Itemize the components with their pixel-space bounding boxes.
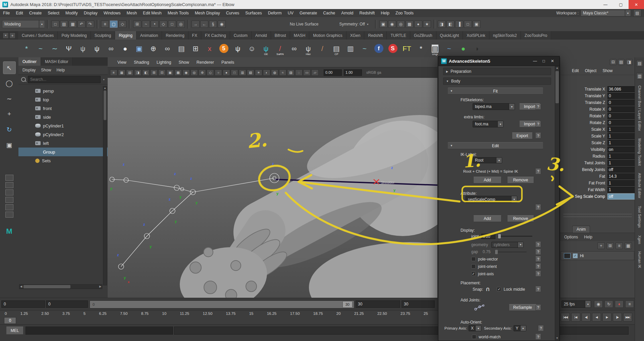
extra-limbs-dropdown[interactable]: foot.ma▼ <box>473 121 503 127</box>
outliner-item[interactable]: + side <box>18 113 108 121</box>
help-button[interactable]: ? <box>535 205 541 210</box>
move-tool[interactable]: + <box>3 108 16 120</box>
ungroup-icon[interactable]: ▤ Ungr <box>428 41 442 56</box>
isolate-select-icon[interactable]: ▭ <box>303 69 311 76</box>
menu-item[interactable]: Modify <box>62 9 81 17</box>
menu-item[interactable]: Surfaces <box>242 9 265 17</box>
symmetry-dropdown[interactable]: Symmetry: Off ▼ <box>339 22 369 26</box>
shelf-tab[interactable]: Redshift <box>364 31 387 40</box>
shadows-icon[interactable]: ◐ <box>263 69 270 76</box>
grease-pencil-icon[interactable]: ▣ <box>166 69 174 76</box>
menu-item[interactable]: Mesh <box>124 9 140 17</box>
channel-name[interactable]: Visibility <box>560 147 607 152</box>
channel-name[interactable]: Rotate X <box>560 107 607 112</box>
viewport-menu-item[interactable]: Panels <box>218 60 238 65</box>
command-language-button[interactable]: MEL <box>6 327 23 335</box>
image-plane-icon[interactable]: ◧ <box>142 69 150 76</box>
curve-hook-icon[interactable]: ~ <box>358 41 371 56</box>
fps-dropdown[interactable]: 25 fps▼ <box>561 300 591 308</box>
geometry-dropdown[interactable]: cylinders▼ <box>491 242 524 248</box>
playback-end-field[interactable]: 30 <box>356 300 400 308</box>
layer-move-icon[interactable]: ≡ <box>615 242 623 249</box>
help-button[interactable]: ? <box>535 133 541 138</box>
menu-item[interactable]: Mesh Tools <box>165 9 192 17</box>
wireframe-icon[interactable]: □ <box>231 69 238 76</box>
rotate-tool[interactable]: ↻ <box>3 123 16 136</box>
shelf-tab[interactable]: MASH <box>290 31 310 40</box>
sidebar-tab[interactable]: Channel Box / Layer Editor <box>638 86 642 131</box>
shelf-tab[interactable]: Rigging <box>115 31 137 40</box>
layer-visibility-toggle[interactable] <box>564 253 571 259</box>
channel-name[interactable]: Translate Y <box>560 94 607 98</box>
ipr-render-icon[interactable]: ◎ <box>397 20 405 28</box>
help-button[interactable]: ? <box>535 169 541 174</box>
layer-options-menu[interactable]: Options <box>564 235 578 239</box>
as5-title-bar[interactable]: M AdvancedSkeleton5 — □ ✕ <box>438 56 559 66</box>
help-button[interactable]: ? <box>535 334 541 340</box>
shelf-tab[interactable]: Custom <box>230 31 252 40</box>
viewport-menu-item[interactable]: Show <box>175 60 193 65</box>
layout-uv-icon[interactable] <box>5 212 13 218</box>
add-ik-label-button[interactable]: Add <box>473 177 501 183</box>
sidebar-attreditor-toggle-icon[interactable]: ◧ <box>446 20 454 28</box>
bookmarks-icon[interactable]: ◨ <box>134 69 142 76</box>
frame-fit[interactable]: ▼ Fit <box>448 88 543 95</box>
lasso-tool[interactable]: ◯ <box>3 77 16 90</box>
step-back-frame-button[interactable]: |◀ <box>571 313 580 322</box>
help-button[interactable]: ? <box>535 305 541 310</box>
dark-wedge-icon[interactable]: ◗ <box>471 41 484 56</box>
save-scene-icon[interactable]: ▦ <box>69 20 77 28</box>
channel-name[interactable]: Fat Width <box>560 187 607 192</box>
motion-blur-icon[interactable]: ≈ <box>279 69 286 76</box>
channel-value-field[interactable]: off <box>607 167 635 173</box>
outliner-menu-item[interactable]: Show <box>38 68 54 72</box>
character-set-icon[interactable]: ◉ <box>594 300 603 308</box>
pole-vector-checkbox[interactable] <box>471 257 476 261</box>
viewport-menu-item[interactable]: Shading <box>130 60 153 65</box>
ep-curve-icon[interactable]: ~ <box>34 41 47 56</box>
new-layer-icon[interactable]: + <box>597 242 605 249</box>
snap-grid-icon[interactable]: ⊞ <box>133 20 141 28</box>
skeleton-icon[interactable]: ψ <box>90 41 104 56</box>
camera-attrs-icon[interactable]: ▤ <box>126 69 133 76</box>
channel-value-field[interactable]: 1 <box>607 160 635 166</box>
snap-point-icon[interactable]: • <box>151 20 159 28</box>
outliner-item[interactable]: + Group <box>18 148 108 156</box>
shelf-add-icon[interactable]: + <box>9 33 15 39</box>
menu-item[interactable]: UV <box>285 9 297 17</box>
menu-item[interactable]: Select <box>45 9 62 17</box>
menu-item[interactable]: Edit <box>13 9 26 17</box>
playback-start-field[interactable]: 0 <box>46 300 88 308</box>
channel-value-field[interactable]: 14.3 <box>607 173 635 179</box>
sidebar-tab[interactable]: Xgen <box>638 235 642 244</box>
layer-playback-toggle[interactable]: ✓ <box>573 253 578 258</box>
shelf-tab[interactable]: XolSPLink <box>463 31 489 40</box>
snap-view-icon[interactable]: □ <box>168 20 176 28</box>
secondary-axis-dropdown[interactable]: Y▼ <box>514 325 526 331</box>
sphere-icon[interactable]: ● <box>118 41 132 56</box>
global-transform-icon[interactable]: ⊕ <box>147 41 160 56</box>
sidebar-tab[interactable]: Attribute Editor <box>638 173 642 198</box>
collapse-sidebar-icon[interactable]: ▥ <box>636 73 643 79</box>
screenspace-ao-icon[interactable]: ◍ <box>271 69 278 76</box>
copy-skin-icon[interactable]: ⊞ <box>189 41 202 56</box>
channelbox-menu-item[interactable]: Edit <box>569 68 582 73</box>
snap-curve-icon[interactable]: ~ <box>142 20 150 28</box>
shelf-tab[interactable]: Curves / Surfaces <box>18 31 58 40</box>
viewport-menu-item[interactable]: Renderer <box>193 60 218 65</box>
divider[interactable] <box>47 20 49 29</box>
outliner-vscrollbar[interactable]: ▲ <box>103 86 107 285</box>
play-forward-button[interactable]: ▶ <box>602 313 611 322</box>
panel-tab[interactable]: Outliner <box>18 57 41 66</box>
primary-axis-dropdown[interactable]: X▼ <box>469 325 481 331</box>
channelbox-menu-item[interactable]: Object <box>582 68 600 73</box>
outliner-item[interactable]: + top <box>18 95 108 104</box>
shaded-icon[interactable]: ▥ <box>239 69 246 76</box>
channel-name[interactable]: Translate Z <box>560 100 607 105</box>
film-gate-icon[interactable]: ◉ <box>182 69 190 76</box>
shelf-menu-icon[interactable]: ▼ <box>3 33 9 39</box>
sidebar-tab[interactable]: Modeling Toolkit <box>638 138 642 166</box>
viewport-menu-item[interactable]: Lighting <box>153 60 175 65</box>
channel-name[interactable]: Scale X <box>560 127 607 132</box>
joint-size-field[interactable]: 0.20 <box>481 234 495 239</box>
